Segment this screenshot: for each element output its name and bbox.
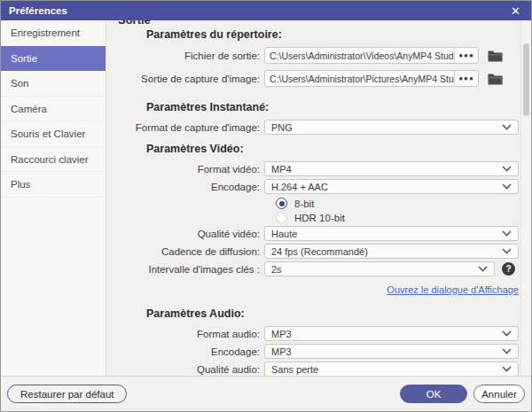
section-heading-directory: Paramètres du répertoire:	[146, 28, 531, 41]
output-file-label: Fichier de sortie:	[118, 51, 260, 61]
radio-hdr-10bit[interactable]	[276, 212, 287, 223]
video-encoding-dropdown[interactable]: H.264 + AAC	[264, 179, 519, 194]
image-format-dropdown[interactable]: PNG	[264, 120, 519, 135]
framerate-dropdown[interactable]: 24 fps (Recommandé)	[264, 244, 519, 259]
screenshot-output-open-folder-button[interactable]	[488, 73, 503, 85]
screenshot-output-label: Sortie de capture d'image:	[118, 74, 260, 84]
window-title: Préférences	[9, 5, 67, 16]
folder-icon	[488, 73, 503, 85]
radio-8bit[interactable]	[276, 198, 287, 209]
audio-format-dropdown[interactable]: MP3	[264, 326, 519, 341]
section-heading-video: Paramètres Vidéo:	[146, 143, 531, 155]
audio-encoding-label: Encodage:	[118, 346, 260, 357]
sidebar-item-son[interactable]: Son	[1, 71, 106, 97]
restore-defaults-button[interactable]: Restaurer par défaut	[7, 385, 127, 403]
preferences-dialog: Préférences ✕ Enregistrement Sortie Son …	[0, 0, 532, 412]
output-file-input[interactable]: C:\Users\Administrator\Videos\AnyMP4 Stu…	[264, 47, 479, 64]
titlebar[interactable]: Préférences ✕	[1, 1, 531, 20]
keyframe-interval-label: Intervalle d'images clés :	[118, 264, 260, 275]
video-quality-label: Qualité vidéo:	[118, 229, 260, 239]
output-file-open-folder-button[interactable]	[488, 50, 503, 62]
radio-8bit-label: 8-bit	[294, 198, 314, 209]
audio-format-label: Format audio:	[118, 329, 260, 339]
output-file-browse-button[interactable]: ●●●	[454, 48, 478, 63]
sidebar-item-raccourci-clavier[interactable]: Raccourci clavier	[1, 147, 106, 173]
video-format-label: Format vidéo:	[118, 164, 260, 175]
chevron-down-icon	[502, 248, 512, 254]
scrollbar-thumb[interactable]	[523, 43, 529, 116]
cancel-button[interactable]: Annuler	[473, 385, 525, 403]
chevron-down-icon	[502, 183, 512, 190]
keyframe-interval-dropdown[interactable]: 2s	[264, 261, 495, 276]
framerate-label: Cadence de diffusion:	[118, 246, 260, 257]
radio-hdr-10bit-label: HDR 10-bit	[294, 213, 345, 223]
screenshot-output-path[interactable]: C:\Users\Administrator\Pictures\AnyMP4 S…	[265, 74, 454, 84]
sidebar-item-sortie[interactable]: Sortie	[1, 46, 106, 72]
video-encoding-label: Encodage:	[118, 182, 260, 192]
sidebar-item-plus[interactable]: Plus	[1, 172, 106, 198]
video-quality-dropdown[interactable]: Haute	[264, 226, 519, 241]
sidebar: Enregistrement Sortie Son Caméra Souris …	[1, 20, 106, 376]
section-heading-audio: Paramètres Audio:	[146, 307, 531, 320]
sidebar-item-camera[interactable]: Caméra	[1, 97, 106, 122]
page-title: Sortie	[118, 20, 531, 27]
folder-icon	[488, 50, 503, 62]
ok-button[interactable]: OK	[400, 385, 467, 403]
footer: Restaurer par défaut OK Annuler	[1, 376, 531, 411]
image-format-label: Format de capture d'image:	[118, 122, 260, 133]
chevron-down-icon	[478, 266, 488, 272]
open-display-dialog-link[interactable]: Ouvrez le dialogue d'Affichage	[387, 284, 519, 295]
sidebar-item-enregistrement[interactable]: Enregistrement	[1, 20, 106, 46]
output-file-path[interactable]: C:\Users\Administrator\Videos\AnyMP4 Stu…	[265, 51, 454, 61]
sidebar-item-souris-et-clavier[interactable]: Souris et Clavier	[1, 121, 106, 147]
screenshot-output-browse-button[interactable]: ●●●	[454, 71, 478, 86]
chevron-down-icon	[502, 124, 512, 130]
content-area: Sortie Paramètres du répertoire: Fichier…	[106, 20, 531, 376]
close-icon[interactable]: ✕	[511, 5, 520, 17]
chevron-down-icon	[502, 348, 512, 354]
section-heading-snapshot: Paramètres Instantané:	[146, 101, 531, 113]
scrollbar[interactable]	[520, 20, 531, 376]
chevron-down-icon	[502, 330, 512, 337]
help-icon[interactable]: ?	[502, 262, 515, 276]
chevron-down-icon	[502, 166, 512, 172]
chevron-down-icon	[502, 230, 512, 237]
audio-quality-dropdown[interactable]: Sans perte	[264, 361, 519, 376]
screenshot-output-input[interactable]: C:\Users\Administrator\Pictures\AnyMP4 S…	[264, 70, 479, 87]
chevron-down-icon	[502, 366, 512, 372]
video-format-dropdown[interactable]: MP4	[264, 161, 519, 176]
audio-quality-label: Qualité audio:	[118, 364, 260, 375]
audio-encoding-dropdown[interactable]: MP3	[264, 344, 519, 359]
